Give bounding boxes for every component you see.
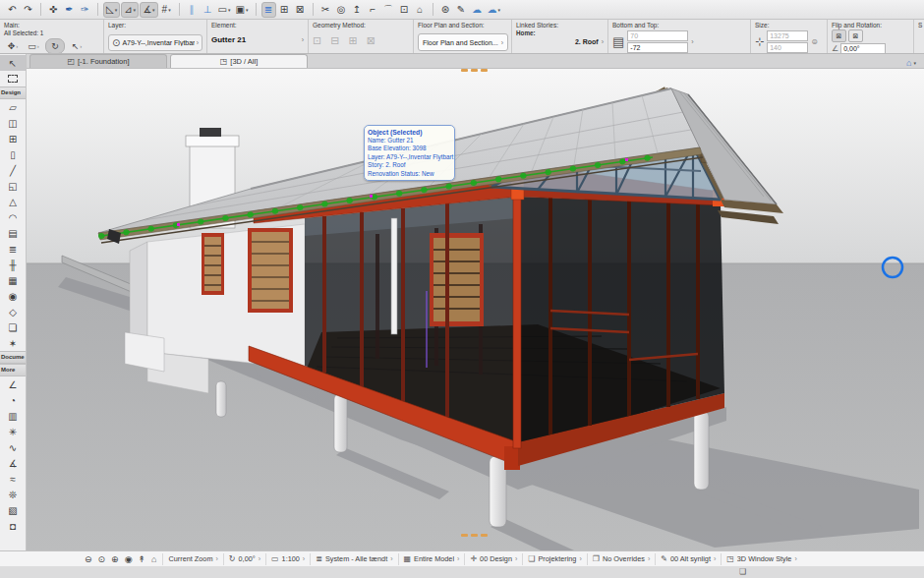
elevate-button[interactable]: ↥ <box>350 2 365 18</box>
redo-button[interactable]: ↷ <box>21 2 35 18</box>
snap-guides-button[interactable]: ⊿▾ <box>121 2 139 18</box>
zoom-out-button[interactable]: ⊖ <box>85 554 92 564</box>
tool-slab[interactable]: ◱ <box>0 178 26 194</box>
rotation-control[interactable]: ↻0,00°› <box>224 554 265 563</box>
explode-button[interactable]: ⊠ <box>293 2 308 18</box>
zoom-in-button[interactable]: ⊕ <box>111 554 119 564</box>
offset-button[interactable]: ⌐ <box>366 2 380 18</box>
layer-combination-control[interactable]: ≣System - Alle tændt› <box>311 554 397 563</box>
bottom-top-expand-button[interactable]: › <box>691 38 693 45</box>
tool-grid-element[interactable]: ▥ <box>0 408 26 424</box>
pick-up-parameters-button[interactable]: ✜ <box>46 2 61 18</box>
renovation-filter-control[interactable]: ❏Projektering› <box>523 554 586 563</box>
fit-in-window-button[interactable]: ⌂ <box>151 554 156 564</box>
tool-freehand-curve[interactable]: ≈ <box>0 471 26 487</box>
viewport-3d[interactable]: Object (Selected) Name: Gutter 21Base El… <box>27 69 924 550</box>
teamwork-receive-button[interactable]: ☁▾ <box>486 2 503 18</box>
tool-mesh[interactable]: ▦ <box>0 272 26 288</box>
tool-figure[interactable]: ▧ <box>0 502 26 518</box>
tool-morph[interactable]: ◇ <box>0 304 26 319</box>
home-story-button[interactable]: ⌂ <box>413 2 428 18</box>
tool-window[interactable]: ⊞ <box>0 131 26 146</box>
tab-3d-all[interactable]: ◳ [3D / All] <box>170 54 308 68</box>
top-elevation-input[interactable] <box>627 30 688 41</box>
chain-link-icon[interactable]: ⊜ <box>811 37 818 46</box>
tool-dimension[interactable]: ∠ <box>0 376 26 392</box>
linked-stories-button[interactable]: › <box>602 38 604 45</box>
orbit-button[interactable]: ⊙ <box>98 554 106 564</box>
explore-button[interactable]: ◉ <box>125 554 133 564</box>
layer-selector[interactable]: ⊙ A79-Y--,Inventar Flytbart › <box>108 34 202 51</box>
rotation-angle-input[interactable] <box>840 43 886 53</box>
gravity-button[interactable]: ∥ <box>185 2 200 18</box>
tool-lamp[interactable]: ✶ <box>0 335 26 351</box>
pane-divider-handle-top[interactable] <box>461 69 488 72</box>
grid-snap-button[interactable]: #▾ <box>159 2 174 18</box>
tool-stair[interactable]: ≣ <box>0 241 26 257</box>
zoom-level-control[interactable]: Current Zoom› <box>163 554 222 563</box>
pen-set-control[interactable]: ✛00 Design› <box>465 554 522 563</box>
geometry-method-option-3[interactable]: ⊞ <box>348 34 357 47</box>
tool-shell[interactable]: ◠ <box>0 209 26 225</box>
rotate-mode-button[interactable]: ↻ <box>45 38 65 53</box>
size-height-input[interactable] <box>767 42 808 53</box>
transfer-parameters-button[interactable]: ✑ <box>78 2 92 18</box>
layer-visibility-control[interactable]: ✎00 Alt synligt› <box>656 554 721 563</box>
inject-parameters-button[interactable]: ✒ <box>62 2 77 18</box>
tool-flare[interactable]: ❊ <box>0 487 26 502</box>
tool-curtain-wall[interactable]: ▤ <box>0 225 26 241</box>
tool-angle-dimension[interactable]: ∡ <box>0 455 26 471</box>
guide-lines-button[interactable]: ◺▾ <box>103 2 120 18</box>
tool-beam[interactable]: ╱ <box>0 162 26 178</box>
snap-points-button[interactable]: ∡▾ <box>140 2 157 18</box>
layers-button[interactable]: ≣ <box>261 2 276 18</box>
geometry-method-option-4[interactable]: ⊠ <box>367 34 375 47</box>
arrow-tool-button[interactable]: ↖› <box>68 39 86 53</box>
tool-marquee[interactable] <box>0 71 26 87</box>
graphic-override-control[interactable]: ❐No Overrides› <box>588 554 656 563</box>
suspend-groups-button[interactable]: ▣▾ <box>234 2 251 18</box>
view-mode-selector[interactable]: ⌂ ▾ <box>906 58 916 68</box>
tool-object[interactable]: ❏ <box>0 319 26 335</box>
flip-horizontal-button[interactable]: ⊠ <box>832 29 846 42</box>
arrow-toolbox-button[interactable]: ✥› <box>4 39 22 53</box>
tool-roof[interactable]: △ <box>0 194 26 209</box>
viewport-3d-canvas[interactable] <box>27 69 924 550</box>
bottom-elevation-input[interactable] <box>627 42 688 53</box>
split-button[interactable]: ✂ <box>318 2 333 18</box>
editing-plane-button[interactable]: ⊥ <box>201 2 215 18</box>
undo-button[interactable]: ↶ <box>5 2 20 18</box>
teamwork-send-button[interactable]: ☁ <box>470 2 485 18</box>
geometry-method-option-2[interactable]: ⊟ <box>330 34 339 47</box>
tool-door[interactable]: ◫ <box>0 115 26 131</box>
adjust-button[interactable]: ◎ <box>334 2 349 18</box>
tool-camera[interactable]: ◘ <box>0 518 26 534</box>
walk-mode-button[interactable]: ↟ <box>139 554 146 564</box>
marquee-toolbox-button[interactable]: ▭› <box>25 39 42 53</box>
stretch-button[interactable]: ⊛ <box>438 2 453 18</box>
tab-foundation[interactable]: ◰ [-1. Foundation] <box>29 54 167 68</box>
marquee-options-button[interactable]: ▭▾ <box>216 2 233 18</box>
tool-light[interactable]: ✳ <box>0 424 26 439</box>
scale-control[interactable]: ▭1:100› <box>266 554 310 563</box>
pane-divider-handle-bottom[interactable] <box>461 534 488 537</box>
stacked-panels-icon[interactable]: ❏ <box>739 567 746 576</box>
tool-arrow[interactable]: ↖ <box>0 55 26 71</box>
tool-railing[interactable]: ╫ <box>0 257 26 272</box>
window-options-button[interactable]: ⊡ <box>397 2 412 18</box>
annotate-button[interactable]: ✎ <box>454 2 469 18</box>
tool-column[interactable]: ▯ <box>0 146 26 162</box>
structure-display-control[interactable]: ▦Entire Model› <box>399 554 465 563</box>
tool-zone[interactable]: ◉ <box>0 288 26 304</box>
flip-vertical-button[interactable]: ⊠ <box>848 29 863 42</box>
element-settings-button[interactable]: › <box>302 36 304 43</box>
geometry-method-option-1[interactable]: ⊡ <box>313 34 321 47</box>
tool-wall[interactable]: ▱ <box>0 99 26 115</box>
size-width-input[interactable] <box>767 30 808 41</box>
window-style-control[interactable]: ◳3D Window Style› <box>722 554 801 563</box>
fillet-button[interactable]: ⌒ <box>381 2 396 18</box>
tool-spline[interactable]: ∿ <box>0 439 26 455</box>
dimension-options-button[interactable]: ⊞ <box>277 2 292 18</box>
floor-plan-section-button[interactable]: Floor Plan and Section... › <box>418 33 508 51</box>
tool-marker[interactable]: ◔ <box>0 392 26 408</box>
